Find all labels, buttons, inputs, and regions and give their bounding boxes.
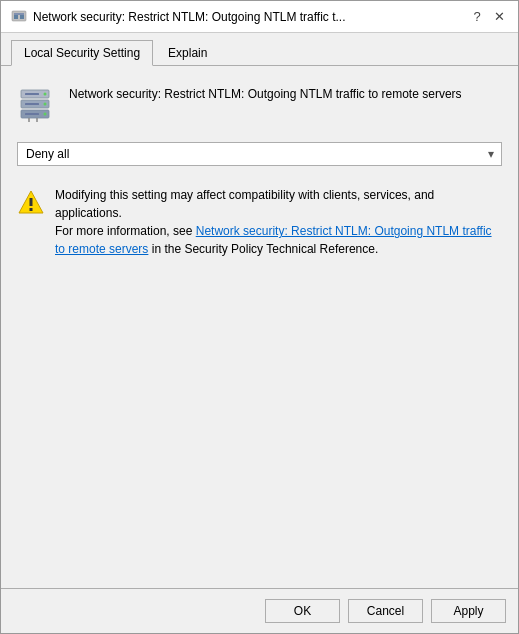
- window-icon: [11, 9, 27, 25]
- tab-local-security-setting[interactable]: Local Security Setting: [11, 40, 153, 66]
- svg-point-7: [44, 93, 47, 96]
- window-title: Network security: Restrict NTLM: Outgoin…: [33, 10, 346, 24]
- content-spacer: [17, 258, 502, 572]
- title-bar-left: Network security: Restrict NTLM: Outgoin…: [11, 9, 468, 25]
- apply-button[interactable]: Apply: [431, 599, 506, 623]
- warning-icon: [17, 188, 45, 216]
- policy-header: Network security: Restrict NTLM: Outgoin…: [17, 82, 502, 122]
- button-bar: OK Cancel Apply: [1, 588, 518, 633]
- svg-point-8: [44, 103, 47, 106]
- svg-rect-10: [25, 93, 39, 95]
- tab-content: Network security: Restrict NTLM: Outgoin…: [1, 66, 518, 588]
- warning-text: Modifying this setting may affect compat…: [55, 186, 502, 258]
- dropdown-container: Allow all Audit all Deny all: [17, 142, 502, 166]
- cancel-button[interactable]: Cancel: [348, 599, 423, 623]
- title-bar: Network security: Restrict NTLM: Outgoin…: [1, 1, 518, 33]
- svg-rect-17: [30, 208, 33, 211]
- close-button[interactable]: ✕: [490, 8, 508, 26]
- tab-explain[interactable]: Explain: [155, 40, 220, 66]
- dropdown-wrapper: Allow all Audit all Deny all: [17, 142, 502, 166]
- warning-box: Modifying this setting may affect compat…: [17, 186, 502, 258]
- main-window: Network security: Restrict NTLM: Outgoin…: [0, 0, 519, 634]
- warning-text-3: in the Security Policy Technical Referen…: [148, 242, 378, 256]
- ok-button[interactable]: OK: [265, 599, 340, 623]
- svg-rect-12: [25, 113, 39, 115]
- policy-icon: [17, 82, 57, 122]
- svg-rect-3: [14, 13, 24, 15]
- warning-text-1: Modifying this setting may affect compat…: [55, 188, 434, 220]
- title-bar-controls: ? ✕: [468, 8, 508, 26]
- tab-bar: Local Security Setting Explain: [1, 33, 518, 66]
- svg-rect-16: [30, 198, 33, 206]
- svg-point-9: [44, 113, 47, 116]
- svg-rect-11: [25, 103, 39, 105]
- help-button[interactable]: ?: [468, 8, 486, 26]
- ntlm-traffic-select[interactable]: Allow all Audit all Deny all: [17, 142, 502, 166]
- warning-text-2: For more information, see: [55, 224, 196, 238]
- policy-title: Network security: Restrict NTLM: Outgoin…: [69, 82, 462, 103]
